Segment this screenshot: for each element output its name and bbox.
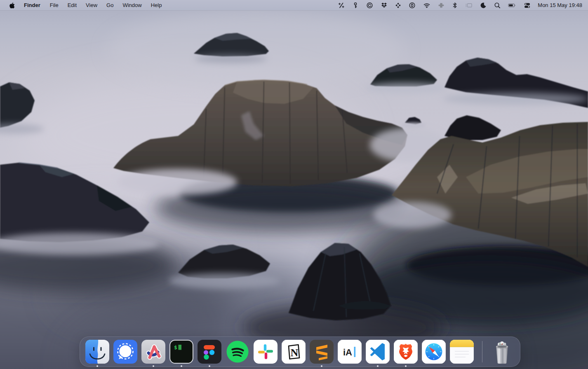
circled-zero-icon[interactable] [405,0,419,10]
spotlight-search-icon[interactable] [490,0,504,10]
svg-text:$: $ [174,344,177,350]
dock-item-sublime[interactable] [310,340,334,364]
dock-item-finder[interactable] [85,340,109,364]
menu-edit[interactable]: Edit [63,0,81,10]
key-icon[interactable] [348,0,362,10]
menu-bar-clock[interactable]: Mon 15 May 19:48 [534,2,585,8]
dock-item-notion[interactable]: N [282,340,306,364]
svg-text:N: N [291,347,299,359]
dock-item-brave[interactable] [394,340,418,364]
health-plus-icon[interactable] [434,0,448,10]
screen-mirroring-icon[interactable] [461,0,476,10]
bluetooth-icon[interactable] [448,0,461,10]
dock-item-spotify[interactable] [226,340,249,364]
running-indicator [405,365,407,367]
dock-item-safari[interactable] [422,340,446,364]
dropbox-icon[interactable] [377,0,391,10]
menu-window[interactable]: Window [118,0,146,10]
dock-item-figma[interactable] [198,340,221,364]
svg-text:iA: iA [343,347,352,357]
menu-finder[interactable]: Finder [19,0,45,10]
dock-item-arc[interactable] [141,340,165,364]
dock-item-notes[interactable] [450,340,474,364]
adobe-creative-cloud-icon[interactable] [362,0,377,10]
apple-logo-icon [9,2,15,9]
dock-item-slack[interactable] [254,340,278,364]
dock-item-signal[interactable] [113,340,137,364]
menu-file[interactable]: File [45,0,63,10]
running-indicator [321,365,322,367]
desktop-wallpaper [0,0,588,369]
running-indicator [181,365,182,367]
dock-divider [482,341,482,362]
running-indicator [96,365,98,367]
focus-moon-icon[interactable] [476,0,490,10]
menu-bar-status: Mon 15 May 19:48 [334,0,588,10]
dock-item-ia-writer[interactable]: iA [338,340,362,364]
dock: $ [80,336,520,367]
running-indicator [209,365,210,367]
menu-view[interactable]: View [81,0,102,10]
menu-bar-left: Finder File Edit View Go Window Help [0,0,166,10]
menu-help[interactable]: Help [146,0,167,10]
dock-item-trash[interactable] [491,340,515,364]
battery-icon[interactable] [504,0,520,10]
running-indicator [153,365,154,367]
apple-menu[interactable] [8,0,16,10]
menu-go[interactable]: Go [102,0,118,10]
diamond-cluster-icon[interactable] [391,0,405,10]
dock-item-vscode[interactable] [366,340,390,364]
wifi-icon[interactable] [419,0,434,10]
menu-bar: Finder File Edit View Go Window Help [0,0,588,10]
running-indicator [377,365,379,367]
dock-item-terminal[interactable]: $ [169,340,193,364]
wand-sparkles-icon[interactable] [334,0,348,10]
control-center-icon[interactable] [520,0,534,10]
